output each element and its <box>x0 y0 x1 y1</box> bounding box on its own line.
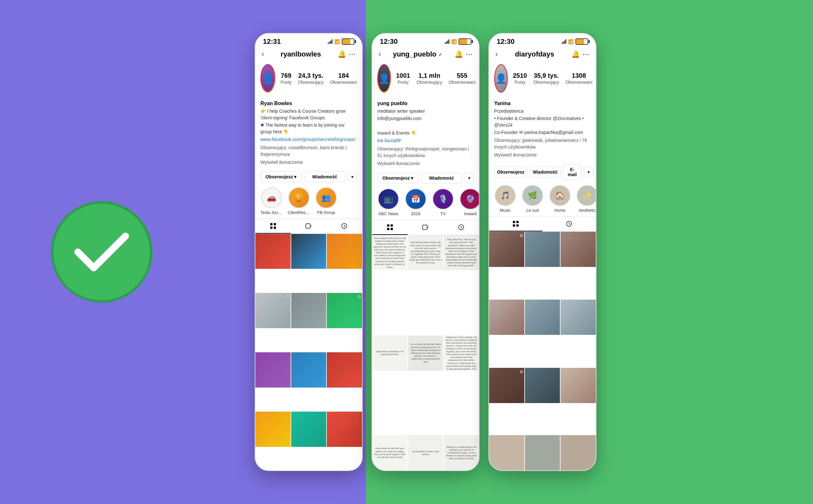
stats-row-ryan: 769 Posty 24,3 tys. Obserwujący 184 Obse… <box>280 72 357 85</box>
highlight-inward-yung[interactable]: 🔮 Inward <box>459 189 479 216</box>
dropdown-button-diary[interactable]: ▾ <box>584 167 593 177</box>
bell-icon-ryan[interactable]: 🔔 <box>337 50 346 58</box>
more-icon-diary[interactable]: ⋯ <box>583 50 590 58</box>
bio-link-yung[interactable]: lnk.bio/a8lF <box>377 138 402 143</box>
more-icon-yung[interactable]: ⋯ <box>466 50 473 58</box>
stat-followers-label-yung: Obserwowani <box>449 80 476 85</box>
avatar-diary: 👤 <box>494 64 508 93</box>
highlight-music-diary[interactable]: 🎵 Music <box>494 185 517 213</box>
bio-line-1-ryan: 👉 I help Coaches & Course Creators grow … <box>260 108 357 121</box>
highlight-circle-tv: 🎙️ <box>433 189 454 209</box>
tab-video-yung[interactable] <box>408 220 443 235</box>
highlight-results-ryan[interactable]: 🏆 ClientResults <box>288 187 310 215</box>
grid-cell-5-ryan <box>291 293 326 328</box>
stat-posts-yung: 1001 Posty <box>396 72 410 85</box>
follow-button-diary[interactable]: Obserwujesz <box>494 167 527 177</box>
highlight-home-diary[interactable]: 🏠 Home <box>549 185 571 213</box>
tab-tag-diary[interactable] <box>543 217 596 231</box>
translate-yung[interactable]: Wyświetl tłumaczenie <box>377 160 474 167</box>
message-button-yung[interactable]: Wiadomość <box>421 173 463 183</box>
highlight-label-music: Music <box>500 208 511 213</box>
grid-cell-4-ryan: ⧉ <box>255 293 290 328</box>
phone-header-diary: ‹ diaryofdays 🔔 ⋯ <box>489 48 596 61</box>
highlight-tesla-ryan[interactable]: 🚗 Tesla Journ... <box>260 187 283 215</box>
bell-icon-diary[interactable]: 🔔 <box>571 50 580 58</box>
tab-tag-ryan[interactable] <box>326 219 362 234</box>
grid-yung: throw away the idea that you will always… <box>372 235 479 435</box>
svg-rect-16 <box>513 224 515 227</box>
profile-section-ryan: 👤 769 Posty 24,3 tys. Obserwujący <box>255 61 362 100</box>
highlight-label-tesla: Tesla Journ... <box>260 210 283 215</box>
bio-link-ryan[interactable]: www.facebook.com/groups/secretsforgroups… <box>260 136 355 142</box>
grid-cell-8-yung: be prepared to meet a new version <box>408 435 443 470</box>
highlight-lesud-diary[interactable]: 🌿 Le sud <box>522 185 544 213</box>
follow-button-yung[interactable]: Obserwujesz ▾ <box>377 173 419 183</box>
translate-ryan[interactable]: Wyświetl tłumaczenie <box>260 159 357 166</box>
back-icon-diary[interactable]: ‹ <box>496 50 498 58</box>
follow-button-ryan[interactable]: Obserwujesz ▾ <box>260 171 302 182</box>
bio-name-ryan: Ryan Bowles <box>260 100 357 107</box>
highlight-circle-home: 🏠 <box>550 185 570 206</box>
grid-cell-9-ryan <box>327 352 362 388</box>
stat-following-number-yung: 1,1 mln <box>417 72 443 79</box>
battery-icon-ryan <box>342 38 354 45</box>
grid-cell-1-diary: ⧉ <box>489 232 524 267</box>
grid-cell-5-diary <box>525 300 560 335</box>
grid-cell-11-ryan <box>291 412 326 447</box>
bio-section-diary: Yanina Przedsiębiorca • Founder & Creati… <box>489 100 596 162</box>
highlight-abcnews-yung[interactable]: 📺 ABC News <box>377 189 399 216</box>
tab-bar-yung <box>372 220 479 235</box>
email-button-diary[interactable]: E-mail <box>563 164 582 180</box>
status-bar-diary: 12:30 📶 <box>489 34 596 48</box>
grid-cell-9-diary <box>561 368 596 403</box>
more-icon-ryan[interactable]: ⋯ <box>349 50 356 58</box>
back-icon-ryan[interactable]: ‹ <box>262 50 264 58</box>
highlight-fb-ryan[interactable]: 👥 FB Group <box>315 187 337 215</box>
svg-rect-0 <box>270 223 272 225</box>
wifi-icon-yung: 📶 <box>451 39 457 44</box>
tab-video-ryan[interactable] <box>291 219 326 234</box>
dropdown-button-ryan[interactable]: ▾ <box>348 171 357 182</box>
message-button-ryan[interactable]: Wiadomość <box>304 171 345 182</box>
content-wrapper: 12:31 📶 ‹ ryanlbowles <box>0 0 813 504</box>
username-yung: yung_pueblo ✓ <box>381 50 455 58</box>
status-time-diary: 12:30 <box>497 37 515 46</box>
grid-cell-2-yung: stop thinking better things only come wh… <box>408 235 443 270</box>
avatar-inner-ryan: 👤 <box>261 65 274 92</box>
grid-cell-1-yung: throw away the idea that you will always… <box>372 235 408 270</box>
grid-cell-6-yung: Find a partner who is willing to make cl… <box>444 335 479 371</box>
highlight-label-inward: Inward <box>464 211 477 216</box>
translate-diary[interactable]: Wyświetl tłumaczenie <box>494 152 591 158</box>
action-buttons-yung: Obserwujesz ▾ Wiadomość ▾ <box>372 170 479 186</box>
bio-line-2-diary: • Founder & Creative director @2increati… <box>494 115 591 129</box>
tab-grid-yung[interactable] <box>372 220 408 235</box>
status-time-ryan: 12:31 <box>263 37 281 46</box>
stat-followers-number-diary: 1308 <box>565 72 592 79</box>
highlight-circle-inward: 🔮 <box>460 189 479 209</box>
stat-posts-label-diary: Posty <box>515 80 526 85</box>
bell-icon-yung[interactable]: 🔔 <box>455 50 463 58</box>
highlight-circle-music: 🎵 <box>495 185 516 206</box>
highlight-circle-aesthetic: ✨ <box>577 185 596 206</box>
highlight-tv-yung[interactable]: 🎙️ TV <box>432 189 454 216</box>
status-bar-ryan: 12:31 📶 <box>255 34 362 48</box>
tab-grid-ryan[interactable] <box>255 219 291 234</box>
tab-grid-diary[interactable] <box>489 217 543 231</box>
grid-cell-4-diary <box>489 300 524 335</box>
back-icon-yung[interactable]: ‹ <box>378 50 381 58</box>
avatar-img-ryan: 👤 <box>261 65 274 92</box>
dropdown-button-yung[interactable]: ▾ <box>465 173 474 183</box>
tab-tag-yung[interactable] <box>443 220 479 235</box>
stat-posts-ryan: 769 Posty <box>280 72 291 85</box>
bio-line-3-diary: Co-Founder ✉ yanina.trapachka@gmail.com <box>494 129 591 136</box>
svg-rect-15 <box>517 221 519 223</box>
phone-diary: 12:30 📶 ‹ diaryofdays <box>489 33 597 471</box>
profile-top-yung: 👤 1001 Posty 1,1 mln Obserwujący <box>377 64 474 93</box>
message-button-diary[interactable]: Wiadomość <box>530 167 560 177</box>
stat-followers-yung: 555 Obserwowani <box>449 72 476 85</box>
highlight-aesthetic-diary[interactable]: ✨ Aesthetic <box>576 185 596 213</box>
highlight-label-results: ClientResults <box>288 210 310 215</box>
highlight-label-tv: TV <box>441 211 446 216</box>
highlight-2019-yung[interactable]: 📅 2019 <box>404 189 427 216</box>
wifi-icon-ryan: 📶 <box>334 39 340 44</box>
